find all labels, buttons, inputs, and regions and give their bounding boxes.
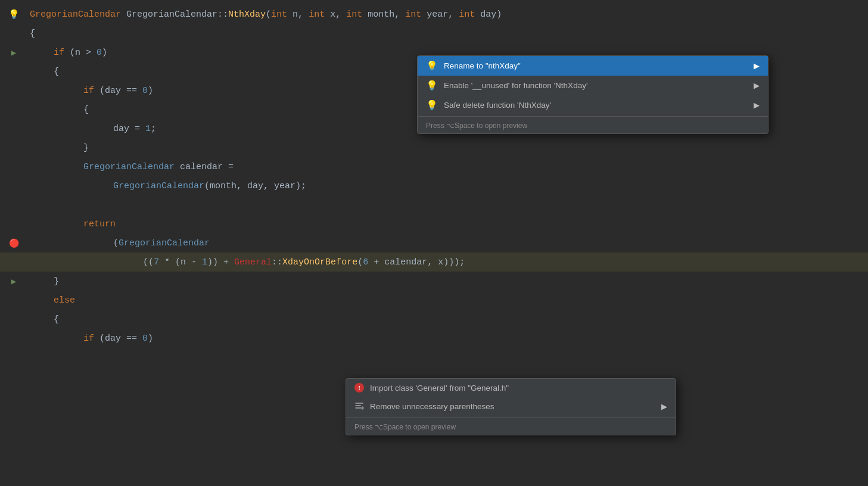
code-token: if [83, 334, 94, 344]
code-token: GregorianCalendar [30, 10, 121, 20]
code-line-1: 💡 GregorianCalendar GregorianCalendar::N… [0, 5, 868, 24]
code-token: } [83, 143, 89, 153]
arrow-icon-3: ▶ [11, 48, 16, 58]
submenu-arrow: ▶ [754, 61, 760, 70]
bottom-hint: Press ⌥Space to open preview [346, 419, 676, 435]
code-line-14: ((7 * (n - 1)) + General::XdayOnOrBefore… [0, 253, 868, 272]
code-line-18: if (day == 0) [0, 329, 868, 348]
code-token: ; [151, 124, 156, 134]
gutter-14 [0, 253, 27, 272]
gutter-12 [0, 214, 27, 233]
code-token: ) [148, 334, 153, 344]
gutter-10 [0, 176, 27, 195]
code-token: { [30, 29, 35, 39]
code-line-15: ▶ } [0, 272, 868, 291]
bulb-icon: 💡 [426, 99, 438, 111]
code-token: { [54, 314, 59, 325]
code-token: + calendar, x))); [368, 257, 465, 267]
code-token: if [83, 86, 94, 96]
code-token: int [271, 10, 287, 20]
top-hint: Press ⌥Space to open preview [418, 118, 768, 133]
arrow-icon-15: ▶ [11, 276, 16, 286]
code-token: 0 [142, 86, 148, 96]
code-token: 6 [363, 257, 368, 267]
gutter-3: ▶ [0, 43, 27, 62]
code-line-8: } [0, 138, 868, 157]
remove-parens-item[interactable]: Remove unnecessary parentheses ▶ [346, 397, 676, 416]
code-token: x, [325, 10, 346, 20]
gutter-7 [0, 119, 27, 138]
code-token: GregorianCalendar [83, 162, 175, 172]
gutter-17 [0, 310, 27, 329]
gutter-2 [0, 24, 27, 43]
gutter-18 [0, 329, 27, 348]
code-token: ) [102, 48, 107, 58]
code-line-13: 🔴 (GregorianCalendar [0, 233, 868, 253]
code-line-16: else [0, 291, 868, 310]
import-dropdown: ! Import class 'General' from "General.h… [346, 378, 676, 435]
code-token: int [346, 10, 362, 20]
fix-icon [354, 401, 364, 412]
rename-label: Rename to "nthXday" [444, 61, 521, 70]
bulb-icon-1[interactable]: 💡 [8, 9, 20, 20]
code-token: 0 [142, 334, 148, 344]
code-token: year, [421, 10, 459, 20]
code-line-11 [0, 195, 868, 214]
code-token: 1 [202, 257, 207, 267]
gutter-4 [0, 62, 27, 81]
separator-bottom [346, 418, 676, 418]
gutter-6 [0, 100, 27, 119]
submenu-arrow: ▶ [754, 101, 760, 110]
submenu-arrow: ▶ [661, 402, 667, 411]
rename-item[interactable]: 💡 Rename to "nthXday" ▶ [418, 56, 768, 76]
gutter-8 [0, 138, 27, 157]
code-token: )) + [207, 257, 234, 267]
code-token: (day == [94, 334, 142, 344]
code-token: if [54, 48, 64, 58]
import-label: Import class 'General' from "General.h" [370, 384, 509, 392]
code-token: } [54, 276, 59, 286]
code-token: GregorianCalendar [119, 238, 210, 248]
code-token: calendar = [175, 162, 234, 172]
gutter-13: 🔴 [0, 233, 27, 253]
rename-dropdown: 💡 Rename to "nthXday" ▶ 💡 Enable '__unus… [417, 55, 769, 134]
safe-delete-label: Safe delete function 'NthXday' [444, 101, 551, 110]
submenu-arrow: ▶ [754, 81, 760, 90]
code-token: 1 [145, 124, 151, 134]
code-token: General [234, 257, 272, 267]
code-token: NthXday [228, 10, 266, 20]
enable-unused-item[interactable]: 💡 Enable '__unused' for function 'NthXda… [418, 76, 768, 95]
code-token: n, [287, 10, 309, 20]
code-token: else [54, 295, 75, 306]
code-token: int [459, 10, 475, 20]
code-token: (( [143, 257, 154, 267]
code-token: ( [357, 257, 363, 267]
code-token: return [83, 219, 116, 229]
import-item[interactable]: ! Import class 'General' from "General.h… [346, 379, 676, 397]
code-line-17: { [0, 310, 868, 329]
safe-delete-item[interactable]: 💡 Safe delete function 'NthXday' ▶ [418, 95, 768, 115]
code-token: ) [148, 86, 153, 96]
code-token: (day == [94, 86, 142, 96]
gutter-11 [0, 195, 27, 214]
code-token: ( [113, 238, 119, 248]
code-line-2: { [0, 24, 868, 43]
gutter-5 [0, 81, 27, 100]
code-token: * (n - [159, 257, 202, 267]
code-token: ( [266, 10, 271, 20]
code-token: 7 [154, 257, 159, 267]
error-circle-icon: ! [354, 383, 364, 392]
gutter-9 [0, 157, 27, 176]
code-token: { [54, 67, 59, 77]
code-token: int [405, 10, 421, 20]
code-editor: 💡 GregorianCalendar GregorianCalendar::N… [0, 0, 868, 486]
enable-unused-label: Enable '__unused' for function 'NthXday' [444, 81, 587, 90]
code-token: int [309, 10, 325, 20]
remove-parens-label: Remove unnecessary parentheses [370, 402, 494, 411]
code-token: :: [272, 257, 282, 267]
code-token: day = [113, 124, 145, 134]
code-token: (month, day, year); [204, 181, 306, 191]
gutter-16 [0, 291, 27, 310]
code-token: (n > [64, 48, 97, 58]
bulb-icon: 💡 [426, 60, 438, 71]
